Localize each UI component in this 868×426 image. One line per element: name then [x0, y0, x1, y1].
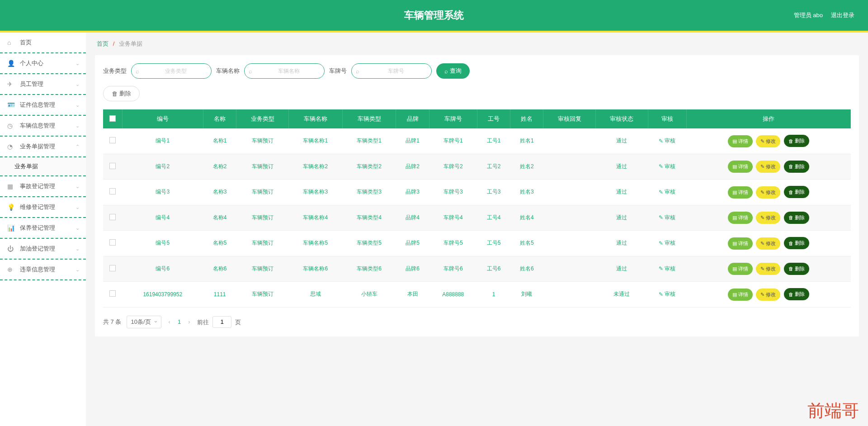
cell-emp: 工号1	[477, 128, 510, 154]
audit-link[interactable]: ✎ 审核	[659, 188, 675, 196]
chevron-down-icon: ⌄	[75, 225, 80, 231]
content-area: 首页 / 业务单据 业务类型 ⌕ 车辆名称 ⌕ 车牌号 ⌕	[86, 33, 868, 426]
audit-link[interactable]: ✎ 审核	[659, 137, 675, 145]
delete-button[interactable]: 🗑 删除	[784, 135, 809, 147]
modify-button[interactable]: ✎ 修改	[756, 135, 780, 147]
page-size-select[interactable]: 10条/页	[127, 316, 161, 328]
cell-vname: 思域	[288, 282, 342, 308]
row-checkbox[interactable]	[109, 290, 116, 297]
filter-input-type[interactable]	[131, 63, 212, 79]
next-page[interactable]: ›	[186, 318, 192, 325]
cell-btype: 车辆预订	[236, 231, 289, 256]
chevron-down-icon: ⌄	[75, 204, 80, 210]
detail-button[interactable]: ▤ 详情	[728, 186, 753, 199]
filter-input-vname[interactable]	[244, 63, 325, 79]
sidebar-item[interactable]: ◷ 车辆信息管理 ⌄	[0, 116, 86, 137]
cell-vtype: 车辆类型1	[342, 128, 396, 154]
sidebar-item[interactable]: 🪪 证件信息管理 ⌄	[0, 95, 86, 116]
delete-button[interactable]: 🗑 删除	[784, 237, 809, 249]
sidebar-item[interactable]: ✈ 员工管理 ⌄	[0, 74, 86, 95]
sidebar-item[interactable]: 👤 个人中心 ⌄	[0, 53, 86, 74]
row-checkbox[interactable]	[109, 137, 116, 143]
column-header: 姓名	[510, 109, 543, 128]
row-checkbox[interactable]	[109, 239, 116, 246]
cell-brand: 品牌5	[396, 231, 429, 256]
modify-button[interactable]: ✎ 修改	[756, 161, 780, 173]
audit-link[interactable]: ✎ 审核	[659, 265, 675, 273]
sidebar-item[interactable]: ⊕ 违章信息管理 ⌄	[0, 260, 86, 280]
cell-id: 1619403799952	[122, 282, 203, 308]
sidebar-item[interactable]: 📊 保养登记管理 ⌄	[0, 218, 86, 239]
trash-icon: 🗑	[788, 189, 793, 195]
delete-button[interactable]: 🗑 删除	[784, 212, 809, 224]
select-all-checkbox[interactable]	[109, 115, 116, 122]
cell-vname: 车辆名称6	[288, 256, 342, 282]
query-button[interactable]: ⌕ 查询	[436, 63, 470, 79]
chevron-down-icon: ⌄	[75, 123, 80, 129]
chevron-down-icon: ⌄	[75, 267, 80, 273]
column-header: 审核	[648, 109, 686, 128]
detail-button[interactable]: ▤ 详情	[728, 212, 753, 224]
delete-button[interactable]: 🗑 删除	[784, 288, 809, 300]
cell-id: 编号1	[122, 128, 203, 154]
delete-button[interactable]: 🗑 删除	[784, 263, 809, 275]
logout-link[interactable]: 退出登录	[831, 11, 854, 19]
sidebar-item[interactable]: ◔ 业务单据管理 ⌃	[0, 137, 86, 157]
modify-button[interactable]: ✎ 修改	[756, 263, 780, 275]
sidebar-item[interactable]: ⌂ 首页	[0, 33, 86, 53]
current-page[interactable]: 1	[178, 318, 181, 325]
sidebar-item[interactable]: ⏻ 加油登记管理 ⌄	[0, 239, 86, 260]
modify-button[interactable]: ✎ 修改	[756, 237, 780, 250]
chevron-down-icon: ⌄	[75, 184, 80, 189]
cell-id: 编号3	[122, 180, 203, 205]
row-checkbox[interactable]	[109, 188, 116, 194]
row-checkbox[interactable]	[109, 265, 116, 271]
cell-btype: 车辆预订	[236, 180, 289, 205]
modify-button[interactable]: ✎ 修改	[756, 212, 780, 224]
batch-delete-button[interactable]: 🗑 删除	[103, 86, 140, 101]
user-label[interactable]: 管理员 abo	[794, 11, 823, 19]
filter-input-plate[interactable]	[351, 63, 432, 79]
doc-icon: ▤	[732, 292, 737, 298]
cell-emp: 工号6	[477, 256, 510, 282]
filter-label-plate: 车牌号	[329, 67, 347, 75]
sidebar-item[interactable]: ▦ 事故登记管理 ⌄	[0, 176, 86, 197]
cell-vname: 车辆名称3	[288, 180, 342, 205]
row-checkbox[interactable]	[109, 214, 116, 220]
delete-button[interactable]: 🗑 删除	[784, 161, 809, 173]
audit-link[interactable]: ✎ 审核	[659, 163, 675, 170]
audit-link[interactable]: ✎ 审核	[659, 239, 675, 247]
audit-link[interactable]: ✎ 审核	[659, 214, 675, 222]
sidebar-sub-item[interactable]: 业务单据	[0, 157, 86, 176]
edit-icon: ✎	[760, 215, 764, 221]
edit-icon: ✎	[760, 292, 764, 298]
bulb-icon: 💡	[7, 204, 16, 211]
edit-icon: ✎	[659, 240, 663, 246]
detail-button[interactable]: ▤ 详情	[728, 263, 753, 275]
edit-icon: ✎	[760, 189, 764, 195]
detail-button[interactable]: ▤ 详情	[728, 237, 753, 250]
modify-button[interactable]: ✎ 修改	[756, 186, 780, 199]
column-header: 审核回复	[543, 109, 596, 128]
detail-button[interactable]: ▤ 详情	[728, 135, 753, 147]
delete-button[interactable]: 🗑 删除	[784, 186, 809, 198]
modify-button[interactable]: ✎ 修改	[756, 289, 780, 301]
goto-input[interactable]	[212, 316, 231, 328]
cell-id: 编号4	[122, 205, 203, 231]
edit-icon: ✎	[659, 138, 663, 144]
breadcrumb-home[interactable]: 首页	[97, 40, 108, 47]
user-icon: 👤	[7, 60, 16, 67]
trash-icon: 🗑	[788, 164, 793, 169]
power-icon: ⏻	[7, 245, 16, 252]
cell-person: 刘曦	[510, 282, 543, 308]
sidebar-item[interactable]: 💡 维修登记管理 ⌄	[0, 197, 86, 218]
detail-button[interactable]: ▤ 详情	[728, 289, 753, 301]
trash-icon: 🗑	[112, 90, 118, 97]
audit-link[interactable]: ✎ 审核	[659, 290, 675, 298]
prev-page[interactable]: ‹	[167, 318, 172, 325]
row-checkbox[interactable]	[109, 163, 116, 169]
cell-btype: 车辆预订	[236, 154, 289, 180]
detail-button[interactable]: ▤ 详情	[728, 161, 753, 173]
cell-reply	[543, 154, 596, 180]
sidebar-item-label: 保养登记管理	[20, 224, 55, 232]
